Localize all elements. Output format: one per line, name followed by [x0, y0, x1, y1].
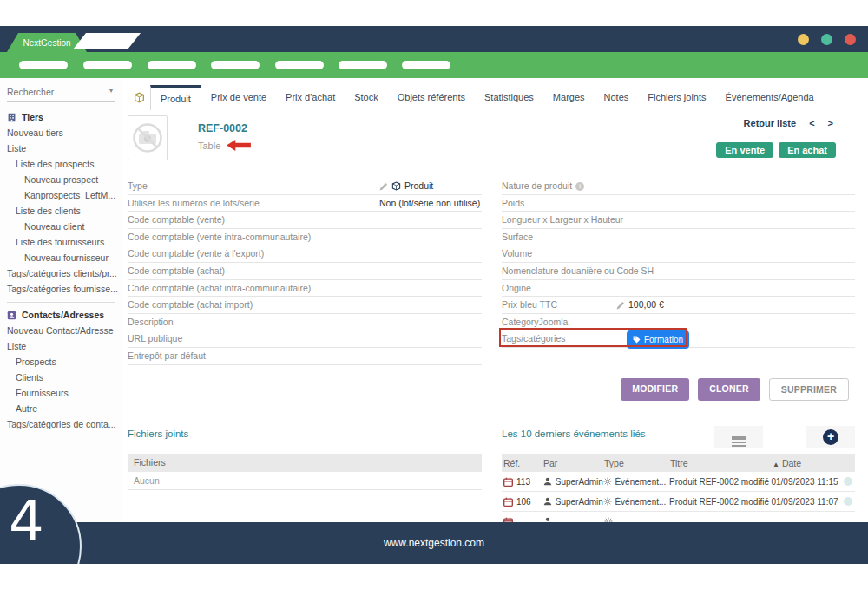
col-titre[interactable]: Titre	[670, 458, 773, 468]
tab-stock[interactable]: Stock	[345, 85, 388, 110]
event-ref: 106	[516, 497, 531, 507]
field-row: Description	[128, 314, 482, 331]
field-label: Prix bleu TTC	[502, 299, 557, 310]
top-menu-pill[interactable]	[339, 61, 387, 69]
top-menu-pill[interactable]	[148, 61, 196, 69]
product-label: Table	[198, 141, 220, 151]
sidebar-item-nouveau-client[interactable]: Nouveau client	[0, 219, 122, 234]
sidebar-item-nouveau-contact[interactable]: Nouveau Contact/Adresse	[0, 323, 122, 338]
event-row: 113 SuperAdmin Événement... Produit REF-…	[502, 472, 855, 492]
back-to-list-link[interactable]: Retour liste	[744, 118, 797, 128]
tab-produit[interactable]: Produit	[150, 85, 201, 110]
attachments-empty-row: Aucun	[128, 472, 482, 490]
brand-decoration	[73, 33, 141, 49]
pencil-icon[interactable]	[379, 182, 388, 191]
sidebar-item-autre[interactable]: Autre	[0, 401, 122, 416]
tab-fichiers-joints[interactable]: Fichiers joints	[638, 85, 715, 110]
event-ref-link[interactable]: 113	[502, 477, 543, 487]
tab-notes[interactable]: Notes	[595, 85, 639, 110]
event-user-link[interactable]: SuperAdmin	[543, 497, 604, 507]
product-ref: REF-0002	[198, 122, 247, 134]
field-value-text: Non (lot/série non utilisé)	[379, 195, 480, 212]
delete-button[interactable]: SUPPRIMER	[769, 378, 849, 401]
top-menu-pill[interactable]	[402, 61, 450, 69]
tab-objets-referents[interactable]: Objets référents	[388, 85, 475, 110]
sidebar-item-liste-clients[interactable]: Liste des clients	[0, 203, 122, 219]
attachments-title: Fichiers joints	[128, 429, 482, 439]
field-row: Nomenclature douanière ou Code SH	[502, 263, 855, 280]
sidebar-item-tags-clients[interactable]: Tags/catégories clients/pr...	[0, 265, 122, 281]
list-navigation: Retour liste < >	[744, 118, 833, 128]
sidebar-item-liste-contacts[interactable]: Liste	[0, 338, 122, 354]
field-row: Code comptable (achat intra-communautair…	[128, 280, 482, 298]
add-event-button[interactable]: +	[806, 426, 855, 448]
sidebar-item-nouveau-fournisseur[interactable]: Nouveau fournisseur	[0, 250, 122, 265]
top-menu-pill[interactable]	[83, 61, 132, 69]
field-row-prix: Prix bleu TTC 100,00 €	[502, 297, 855, 314]
col-ref[interactable]: Réf.	[502, 458, 543, 468]
event-user-link[interactable]: SuperAdmin	[543, 477, 604, 487]
sidebar-item-clients[interactable]: Clients	[0, 370, 122, 385]
sidebar: ▾ Tiers Nouveau tiers Liste Liste des pr…	[0, 78, 122, 522]
sidebar-item-kanprospects[interactable]: Kanprospects_LeftM...	[0, 187, 122, 203]
field-label: Code comptable (vente à l'export)	[128, 248, 264, 259]
top-menu-pill[interactable]	[275, 61, 324, 69]
help-icon[interactable]: i	[575, 182, 584, 191]
user-icon	[543, 497, 552, 506]
field-label: Tags/catégories	[502, 333, 566, 344]
event-ref-link[interactable]: 106	[502, 497, 543, 507]
top-menu-pill[interactable]	[19, 61, 68, 69]
tab-evenements-agenda[interactable]: Événements/Agenda	[716, 85, 824, 110]
prev-record-icon[interactable]: <	[809, 118, 814, 128]
field-row-tags: Tags/catégories Formation	[502, 330, 855, 348]
col-date[interactable]: ▲Date	[773, 458, 845, 468]
next-record-icon[interactable]: >	[828, 118, 833, 128]
field-value-text: 100,00 €	[628, 297, 664, 313]
sidebar-item-liste-prospects[interactable]: Liste des prospects	[0, 156, 122, 172]
brand-name: NextGestion	[23, 38, 70, 48]
event-title[interactable]: Produit REF-0002 modifié	[669, 477, 771, 487]
on-sale-badge[interactable]: En vente	[716, 142, 773, 158]
yellow-dot-icon	[798, 34, 809, 45]
event-user: SuperAdmin	[556, 497, 603, 507]
col-par[interactable]: Par	[543, 458, 604, 468]
sidebar-item-liste-tiers[interactable]: Liste	[0, 141, 122, 156]
field-row: Surface	[502, 229, 855, 246]
col-type[interactable]: Type	[604, 458, 670, 468]
pencil-icon[interactable]	[616, 301, 625, 310]
sidebar-item-liste-fournisseurs[interactable]: Liste des fournisseurs	[0, 234, 122, 250]
field-row-nature: Nature de produiti	[502, 178, 855, 195]
category-badge[interactable]: Formation	[627, 330, 689, 349]
tab-prix-dachat[interactable]: Prix d'achat	[276, 85, 345, 110]
sidebar-item-fournisseurs[interactable]: Fournisseurs	[0, 385, 122, 401]
red-dot-icon	[845, 34, 856, 45]
sidebar-section-contacts[interactable]: Contacts/Adresses	[0, 307, 122, 323]
search-input[interactable]	[7, 83, 98, 101]
list-view-button[interactable]	[714, 426, 763, 448]
sidebar-item-nouveau-tiers[interactable]: Nouveau tiers	[0, 125, 122, 141]
on-purchase-badge[interactable]: En achat	[779, 142, 836, 158]
field-row: Code comptable (vente intra-communautair…	[128, 229, 482, 246]
tab-marges[interactable]: Marges	[543, 85, 595, 110]
sidebar-item-nouveau-prospect[interactable]: Nouveau prospect	[0, 172, 122, 187]
event-status-dot	[844, 477, 852, 486]
event-title[interactable]: Produit REF-0002 modifié	[669, 497, 771, 507]
modify-button[interactable]: MODIFIER	[621, 378, 689, 401]
sidebar-item-prospects[interactable]: Prospects	[0, 354, 122, 370]
fields-right-table: Nature de produiti Poids Longueur x Larg…	[502, 178, 855, 348]
top-menu-pill[interactable]	[211, 61, 260, 69]
tab-prix-de-vente[interactable]: Prix de vente	[201, 85, 276, 110]
sidebar-section-tiers[interactable]: Tiers	[0, 109, 122, 125]
tag-icon	[633, 336, 641, 344]
field-label: Surface	[502, 232, 533, 242]
chevron-down-icon[interactable]: ▾	[109, 87, 113, 95]
sidebar-item-tags-fournisseurs[interactable]: Tags/catégories fournisse...	[0, 281, 122, 297]
sidebar-item-tags-contacts[interactable]: Tags/catégories de conta...	[0, 416, 122, 432]
clone-button[interactable]: CLONER	[698, 378, 760, 401]
field-row: Code comptable (vente)	[128, 212, 482, 229]
tab-statistiques[interactable]: Statistiques	[475, 85, 543, 110]
footer-bar: www.nextgestion.com	[0, 522, 868, 564]
page-number: 4	[9, 494, 44, 549]
app-window: NextGestion ▾ Tiers Nouveau tiers List	[0, 0, 868, 589]
product-cube-icon	[134, 92, 145, 103]
